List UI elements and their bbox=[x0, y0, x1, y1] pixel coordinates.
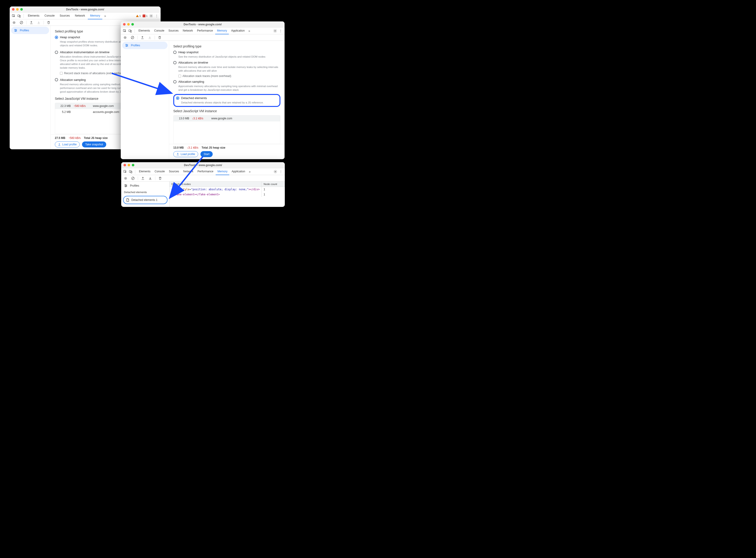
close-icon[interactable] bbox=[124, 164, 126, 166]
tab-sources[interactable]: Sources bbox=[167, 168, 181, 175]
sidebar-item-profiles[interactable]: Profiles bbox=[11, 27, 49, 34]
upload-icon[interactable] bbox=[140, 176, 145, 181]
start-button[interactable]: Start bbox=[200, 151, 213, 157]
errors-badge[interactable]: !1 bbox=[143, 15, 148, 17]
trash-icon[interactable] bbox=[158, 176, 163, 181]
option-heap-snapshot[interactable]: Heap snapshot See the memory distributio… bbox=[173, 50, 280, 58]
sidebar-item-detached-elements-1[interactable]: Detached elements 1 bbox=[123, 196, 168, 204]
kebab-icon[interactable]: ⋮ bbox=[278, 28, 283, 33]
svg-point-13 bbox=[15, 31, 16, 32]
sidebar-item-profiles[interactable]: Profiles bbox=[122, 42, 168, 49]
tab-application[interactable]: Application bbox=[230, 168, 247, 175]
download-icon[interactable] bbox=[148, 176, 153, 181]
minimize-icon[interactable] bbox=[128, 164, 130, 166]
svg-line-7 bbox=[21, 22, 22, 24]
allocation-stack-traces-checkbox[interactable]: Allocation stack traces (more overhead) bbox=[178, 74, 280, 78]
take-snapshot-button[interactable]: Take snapshot bbox=[82, 142, 106, 148]
tab-memory[interactable]: Memory bbox=[216, 168, 229, 175]
load-profile-button[interactable]: Load profile bbox=[173, 151, 198, 157]
more-tabs-icon[interactable]: » bbox=[248, 170, 252, 174]
tab-network[interactable]: Network bbox=[181, 27, 195, 34]
upload-icon[interactable] bbox=[140, 35, 145, 40]
tab-elements[interactable]: Elements bbox=[26, 12, 42, 19]
tab-memory[interactable]: Memory bbox=[88, 12, 102, 19]
more-tabs-icon[interactable]: » bbox=[103, 14, 107, 18]
more-tabs-icon[interactable]: » bbox=[247, 29, 252, 33]
radio-icon bbox=[176, 97, 179, 100]
tab-performance[interactable]: Performance bbox=[195, 27, 215, 34]
tab-elements[interactable]: Elements bbox=[136, 27, 152, 34]
titlebar: DevTools - www.google.com/ bbox=[10, 6, 160, 12]
record-icon[interactable] bbox=[11, 20, 17, 25]
warnings-badge[interactable]: 1 bbox=[136, 15, 141, 17]
window-title: DevTools - www.google.com/ bbox=[184, 163, 222, 167]
tab-console[interactable]: Console bbox=[153, 168, 167, 175]
vm-instance-table: 13.0 MB ↓3.1 kB/s www.google.com bbox=[173, 115, 280, 144]
clear-icon[interactable] bbox=[130, 176, 135, 181]
col-node-count[interactable]: Node count bbox=[262, 181, 285, 186]
clear-icon[interactable] bbox=[130, 35, 135, 40]
tab-network[interactable]: Network bbox=[73, 12, 87, 19]
upload-icon[interactable] bbox=[29, 20, 34, 25]
gear-icon[interactable] bbox=[273, 169, 278, 174]
gear-icon[interactable] bbox=[149, 14, 154, 19]
sidebar-item-profiles[interactable]: Profiles bbox=[121, 182, 169, 189]
gear-icon[interactable] bbox=[273, 28, 278, 33]
window-title: DevTools - www.google.com/ bbox=[66, 8, 104, 11]
svg-point-11 bbox=[15, 29, 16, 30]
minimize-icon[interactable] bbox=[16, 8, 19, 10]
close-icon[interactable] bbox=[123, 23, 126, 26]
download-icon bbox=[147, 35, 152, 40]
radio-icon bbox=[173, 61, 176, 64]
record-icon[interactable] bbox=[123, 176, 128, 181]
clear-icon[interactable] bbox=[19, 20, 24, 25]
radio-icon bbox=[55, 51, 58, 54]
record-icon[interactable] bbox=[123, 35, 128, 40]
tab-elements[interactable]: Elements bbox=[137, 168, 152, 175]
tab-sources[interactable]: Sources bbox=[57, 12, 72, 19]
zoom-icon[interactable] bbox=[132, 164, 134, 166]
option-detached-elements[interactable]: Detached elements Detached elements show… bbox=[176, 96, 278, 104]
option-allocation-sampling[interactable]: Allocation sampling Approximate memory a… bbox=[173, 80, 280, 92]
load-profile-button[interactable]: Load profile bbox=[55, 142, 80, 148]
inspect-icon[interactable] bbox=[11, 14, 16, 19]
detached-node-row[interactable]: ●<fake-element></fake-element> 1 bbox=[170, 192, 285, 197]
zoom-icon[interactable] bbox=[20, 8, 23, 10]
kebab-icon[interactable]: ⋮ bbox=[278, 169, 283, 174]
svg-point-26 bbox=[127, 45, 128, 46]
tab-memory[interactable]: Memory bbox=[215, 27, 229, 34]
close-icon[interactable] bbox=[12, 8, 15, 10]
tab-performance[interactable]: Performance bbox=[196, 168, 215, 175]
inspect-icon[interactable] bbox=[122, 28, 127, 33]
svg-line-35 bbox=[132, 177, 134, 179]
trash-icon[interactable] bbox=[46, 20, 51, 25]
tab-application[interactable]: Application bbox=[229, 27, 247, 34]
option-allocations-timeline[interactable]: Allocations on timeline Record memory al… bbox=[173, 61, 280, 78]
kebab-icon[interactable]: ⋮ bbox=[154, 14, 159, 19]
tab-sources[interactable]: Sources bbox=[167, 27, 180, 34]
svg-point-12 bbox=[16, 30, 17, 31]
minimize-icon[interactable] bbox=[127, 23, 130, 26]
radio-icon bbox=[55, 36, 58, 39]
device-toggle-icon[interactable] bbox=[128, 169, 133, 174]
detached-node-row[interactable]: ●<div style="position: absolute; display… bbox=[170, 187, 285, 192]
svg-point-5 bbox=[14, 22, 15, 23]
svg-point-25 bbox=[126, 44, 126, 45]
trash-icon[interactable] bbox=[157, 35, 162, 40]
total-heap-label: Total JS heap size bbox=[202, 146, 225, 149]
svg-point-17 bbox=[275, 30, 276, 31]
tabstrip: Elements Console Sources Network Perform… bbox=[121, 168, 285, 175]
tab-network[interactable]: Network bbox=[181, 168, 195, 175]
device-toggle-icon[interactable] bbox=[128, 28, 133, 33]
tab-console[interactable]: Console bbox=[152, 27, 166, 34]
col-detached-nodes[interactable]: Detached nodes bbox=[170, 181, 262, 186]
svg-point-33 bbox=[125, 178, 126, 179]
device-toggle-icon[interactable] bbox=[17, 14, 22, 19]
vm-row[interactable]: 13.0 MB ↓3.1 kB/s www.google.com bbox=[174, 116, 280, 121]
tab-console[interactable]: Console bbox=[42, 12, 57, 19]
download-icon bbox=[36, 20, 41, 25]
results-panel: Detached nodes Node count ●<div style="p… bbox=[170, 181, 285, 207]
inspect-icon[interactable] bbox=[123, 169, 128, 174]
radio-icon bbox=[173, 80, 176, 83]
zoom-icon[interactable] bbox=[131, 23, 134, 26]
